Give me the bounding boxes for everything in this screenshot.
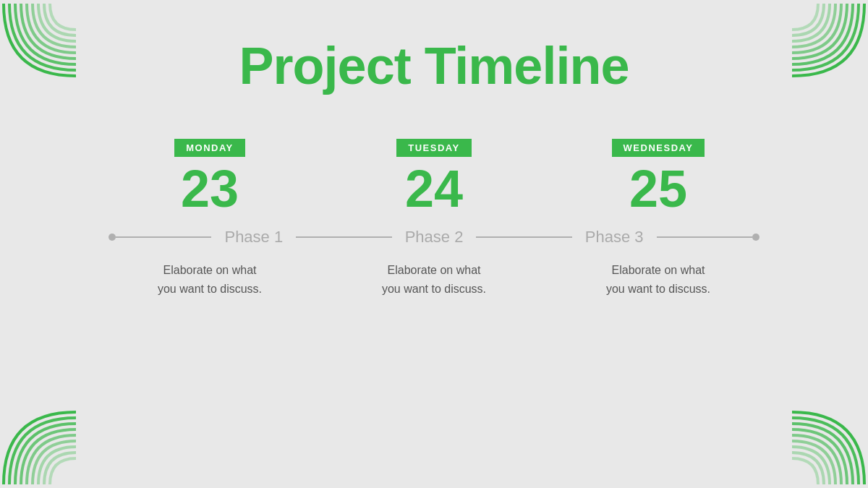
day-badge-1: MONDAY — [174, 139, 245, 157]
day-number-3: 25 — [629, 163, 687, 215]
phase-item-2: TUESDAY 24 — [333, 139, 535, 222]
description-line2-2: you want to discuss. — [382, 283, 486, 295]
timeline-dot-start — [109, 234, 116, 241]
timeline-line-3 — [476, 236, 571, 238]
timeline-line-2 — [296, 236, 391, 238]
phase-label-3: Phase 3 — [572, 228, 657, 247]
timeline-line: Phase 1 Phase 2 Phase 3 — [109, 228, 760, 247]
day-badge-3: WEDNESDAY — [612, 139, 705, 157]
description-text-1: Elaborate on what you want to discuss. — [109, 261, 311, 298]
description-item-2: Elaborate on what you want to discuss. — [333, 261, 535, 298]
day-number-2: 24 — [405, 163, 463, 215]
description-text-2: Elaborate on what you want to discuss. — [333, 261, 535, 298]
description-line1-3: Elaborate on what — [612, 264, 705, 276]
description-line2-1: you want to discuss. — [158, 283, 262, 295]
day-number-1: 23 — [181, 163, 239, 215]
page-title: Project Timeline — [239, 36, 629, 95]
description-text-3: Elaborate on what you want to discuss. — [557, 261, 760, 298]
descriptions-row: Elaborate on what you want to discuss. E… — [109, 261, 760, 298]
phase-item-1: MONDAY 23 — [109, 139, 311, 222]
main-content: Project Timeline MONDAY 23 TUESDAY 24 WE… — [0, 0, 868, 488]
day-badge-2: TUESDAY — [396, 139, 471, 157]
description-line2-3: you want to discuss. — [606, 283, 710, 295]
timeline-dot-end — [752, 234, 760, 241]
description-item-1: Elaborate on what you want to discuss. — [109, 261, 311, 298]
phase-item-3: WEDNESDAY 25 — [557, 139, 760, 222]
timeline-line-4 — [657, 236, 752, 238]
phase-label-2: Phase 2 — [392, 228, 477, 247]
phase-label-1: Phase 1 — [211, 228, 296, 247]
timeline-container: MONDAY 23 TUESDAY 24 WEDNESDAY 25 Phase … — [109, 139, 760, 298]
timeline-line-1 — [116, 236, 211, 238]
phases-top-row: MONDAY 23 TUESDAY 24 WEDNESDAY 25 — [109, 139, 760, 222]
description-line1-1: Elaborate on what — [163, 264, 257, 276]
description-line1-2: Elaborate on what — [388, 264, 481, 276]
description-item-3: Elaborate on what you want to discuss. — [557, 261, 760, 298]
